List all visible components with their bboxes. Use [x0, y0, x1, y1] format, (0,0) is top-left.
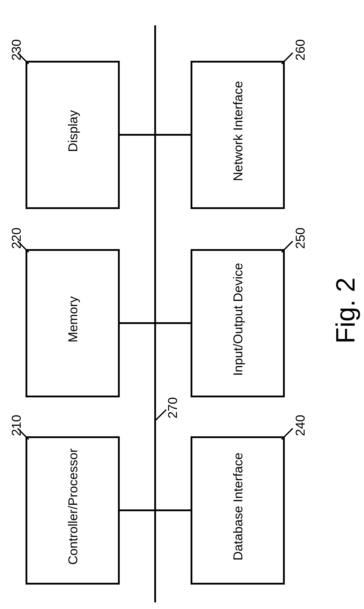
svg-line-9: [282, 428, 293, 439]
block-230-ref: 230: [9, 25, 22, 61]
block-220-ref: 220: [9, 214, 22, 249]
block-210-ref: 210: [9, 401, 22, 436]
block-210-label: Controller/Processor: [18, 451, 128, 562]
bus-ref: 270: [165, 383, 178, 419]
block-220-label: Memory: [18, 264, 128, 374]
block-250-ref: 250: [293, 214, 306, 249]
block-250-label: Input/Output Device: [183, 264, 293, 374]
svg-line-10: [282, 241, 293, 252]
block-240-ref: 240: [293, 401, 306, 436]
block-230-label: Display: [18, 76, 128, 186]
svg-line-11: [282, 53, 293, 64]
block-240-label: Database Interface: [183, 451, 293, 562]
figure-label: Fig. 2: [330, 256, 356, 344]
block-260-label: Network Interface: [183, 76, 293, 186]
block-260-ref: 260: [293, 25, 306, 61]
svg-line-12: [155, 410, 166, 421]
